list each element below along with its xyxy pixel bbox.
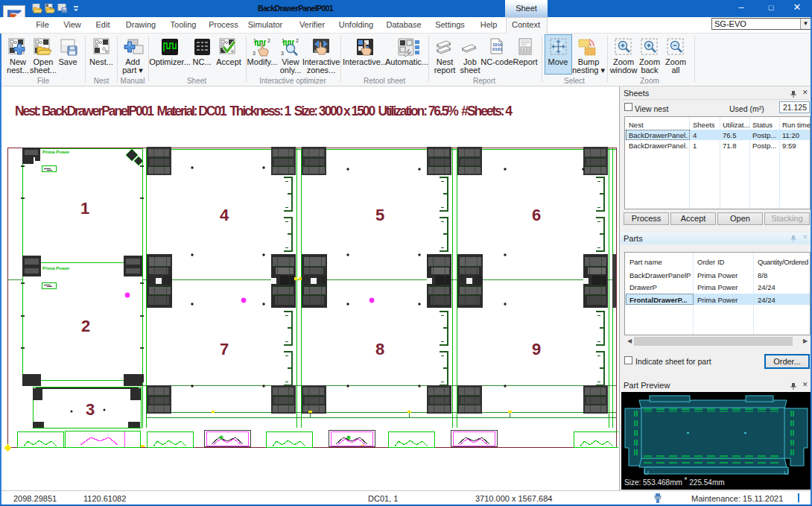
svg-text:5: 5 (375, 206, 384, 224)
svg-text:9: 9 (532, 340, 541, 358)
svg-text:6: 6 (532, 206, 541, 224)
svg-text:Size: 553.468mm * 225.54mm: Size: 553.468mm * 225.54mm (624, 476, 725, 487)
svg-text:4: 4 (220, 206, 229, 224)
svg-text:3: 3 (86, 400, 95, 419)
svg-text:2: 2 (267, 38, 270, 43)
svg-text:2: 2 (296, 38, 299, 43)
svg-text:8: 8 (375, 340, 384, 358)
svg-text:0101: 0101 (492, 47, 503, 51)
svg-text:1: 1 (80, 199, 89, 218)
svg-text:2: 2 (81, 317, 90, 335)
svg-text:Prima Power: Prima Power (42, 150, 70, 154)
svg-text:7: 7 (220, 340, 229, 358)
svg-text:Nest: BackDrawerPanelP001 Mat: Nest: BackDrawerPanelP001 Material: DC01… (15, 104, 513, 118)
svg-text:Prima Power: Prima Power (42, 266, 70, 271)
svg-text:3: 3 (253, 51, 256, 56)
svg-text:3: 3 (281, 51, 284, 56)
